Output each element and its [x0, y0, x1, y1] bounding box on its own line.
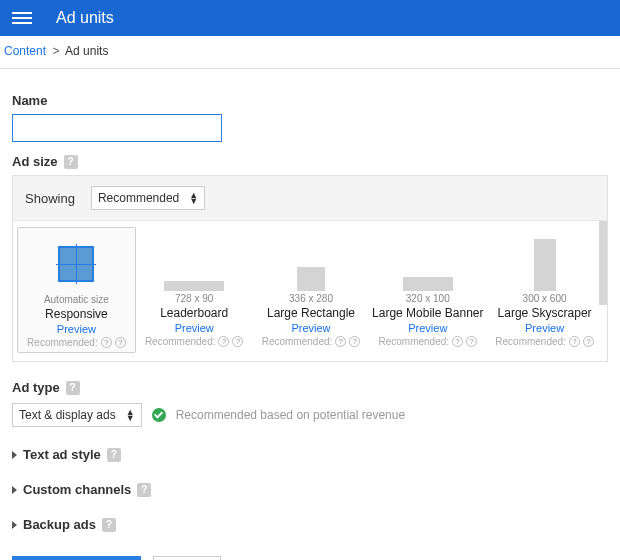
- cancel-button[interactable]: Cancel: [153, 556, 220, 560]
- help-icon[interactable]: ?: [64, 155, 78, 169]
- adsize-label-text: Ad size: [12, 154, 58, 169]
- breadcrumb-separator: >: [52, 44, 59, 58]
- help-icon[interactable]: ?: [466, 336, 477, 347]
- help-icon[interactable]: ?: [452, 336, 463, 347]
- collapsible-label: Backup ads: [23, 517, 96, 532]
- size-thumb-area: [371, 231, 484, 291]
- size-dimensions: 300 x 600: [488, 293, 601, 304]
- adtype-select-value: Text & display ads: [19, 408, 116, 422]
- size-card[interactable]: 300 x 600Large SkyscraperPreviewRecommen…: [486, 227, 603, 353]
- recommended-row: Recommended:??: [255, 336, 368, 347]
- menu-icon[interactable]: [12, 12, 32, 24]
- preview-link[interactable]: Preview: [20, 323, 133, 335]
- size-dimensions: 336 x 280: [255, 293, 368, 304]
- size-thumb-area: [255, 231, 368, 291]
- preview-link[interactable]: Preview: [255, 322, 368, 334]
- updown-icon: ▲▼: [189, 192, 198, 204]
- adsize-filters: Showing Recommended ▲▼: [13, 176, 607, 220]
- chevron-right-icon: [12, 521, 17, 529]
- help-icon[interactable]: ?: [349, 336, 360, 347]
- size-dimensions: Automatic size: [20, 294, 133, 305]
- size-thumb: [403, 277, 453, 291]
- size-thumb-area: [138, 231, 251, 291]
- help-icon[interactable]: ?: [218, 336, 229, 347]
- footer-buttons: Save and get code Cancel: [12, 556, 608, 560]
- collapsible-row[interactable]: Custom channels?: [12, 482, 608, 497]
- page-title: Ad units: [56, 9, 114, 27]
- recommended-label: Recommended:: [378, 336, 449, 347]
- size-card[interactable]: 336 x 280Large RectanglePreviewRecommend…: [253, 227, 370, 353]
- adtype-label-text: Ad type: [12, 380, 60, 395]
- help-icon[interactable]: ?: [137, 483, 151, 497]
- size-thumb: [534, 239, 556, 291]
- size-card[interactable]: 728 x 90LeaderboardPreviewRecommended:??: [136, 227, 253, 353]
- preview-link[interactable]: Preview: [371, 322, 484, 334]
- size-dimensions: 320 x 100: [371, 293, 484, 304]
- check-icon: [152, 408, 166, 422]
- name-input[interactable]: [12, 114, 222, 142]
- breadcrumb-root-link[interactable]: Content: [4, 44, 46, 58]
- size-card[interactable]: Automatic sizeResponsivePreviewRecommend…: [17, 227, 136, 353]
- size-card[interactable]: 320 x 100Large Mobile BannerPreviewRecom…: [369, 227, 486, 353]
- size-name: Responsive: [20, 307, 133, 321]
- size-dimensions: 728 x 90: [138, 293, 251, 304]
- help-icon[interactable]: ?: [107, 448, 121, 462]
- adtype-label: Ad type ?: [12, 380, 608, 395]
- recommended-label: Recommended:: [262, 336, 333, 347]
- recommended-row: Recommended:??: [138, 336, 251, 347]
- help-icon[interactable]: ?: [335, 336, 346, 347]
- adsize-label: Ad size ?: [12, 154, 608, 169]
- showing-select[interactable]: Recommended ▲▼: [91, 186, 205, 210]
- name-label-text: Name: [12, 93, 47, 108]
- help-icon[interactable]: ?: [115, 337, 126, 348]
- help-icon[interactable]: ?: [66, 381, 80, 395]
- size-name: Large Skyscraper: [488, 306, 601, 320]
- size-thumb-area: [20, 232, 133, 292]
- scrollbar-indicator[interactable]: [599, 221, 607, 305]
- chevron-right-icon: [12, 486, 17, 494]
- breadcrumb: Content > Ad units: [0, 36, 620, 69]
- preview-link[interactable]: Preview: [138, 322, 251, 334]
- adtype-note: Recommended based on potential revenue: [176, 408, 406, 422]
- recommended-label: Recommended:: [27, 337, 98, 348]
- adsize-panel: Showing Recommended ▲▼ Automatic sizeRes…: [12, 175, 608, 362]
- adtype-select[interactable]: Text & display ads ▲▼: [12, 403, 142, 427]
- showing-select-value: Recommended: [98, 191, 179, 205]
- collapsible-label: Text ad style: [23, 447, 101, 462]
- name-label: Name: [12, 93, 608, 108]
- updown-icon: ▲▼: [126, 409, 135, 421]
- collapsible-label: Custom channels: [23, 482, 131, 497]
- size-name: Large Rectangle: [255, 306, 368, 320]
- size-card-list: Automatic sizeResponsivePreviewRecommend…: [13, 220, 607, 361]
- help-icon[interactable]: ?: [569, 336, 580, 347]
- size-thumb: [297, 267, 325, 291]
- collapsible-row[interactable]: Text ad style?: [12, 447, 608, 462]
- save-button[interactable]: Save and get code: [12, 556, 141, 560]
- responsive-icon: [58, 246, 94, 282]
- showing-label: Showing: [25, 191, 75, 206]
- recommended-row: Recommended:??: [371, 336, 484, 347]
- adtype-row: Text & display ads ▲▼ Recommended based …: [12, 403, 608, 427]
- recommended-label: Recommended:: [145, 336, 216, 347]
- help-icon[interactable]: ?: [232, 336, 243, 347]
- recommended-row: Recommended:??: [488, 336, 601, 347]
- recommended-label: Recommended:: [495, 336, 566, 347]
- top-bar: Ad units: [0, 0, 620, 36]
- recommended-row: Recommended:??: [20, 337, 133, 348]
- help-icon[interactable]: ?: [583, 336, 594, 347]
- size-thumb: [164, 281, 224, 291]
- collapsible-row[interactable]: Backup ads?: [12, 517, 608, 532]
- breadcrumb-current: Ad units: [65, 44, 108, 58]
- chevron-right-icon: [12, 451, 17, 459]
- help-icon[interactable]: ?: [102, 518, 116, 532]
- preview-link[interactable]: Preview: [488, 322, 601, 334]
- help-icon[interactable]: ?: [101, 337, 112, 348]
- size-thumb-area: [488, 231, 601, 291]
- size-name: Large Mobile Banner: [371, 306, 484, 320]
- size-name: Leaderboard: [138, 306, 251, 320]
- content-area: Name Ad size ? Showing Recommended ▲▼ Au…: [0, 69, 620, 560]
